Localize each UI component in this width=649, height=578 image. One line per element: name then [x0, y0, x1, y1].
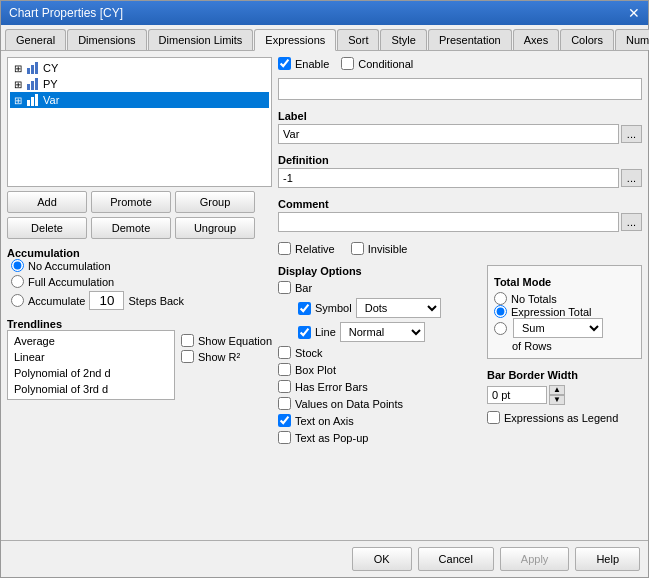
trendlines-list[interactable]: Average Linear Polynomial of 2nd d Polyn…: [7, 330, 175, 400]
conditional-label: Conditional: [358, 58, 413, 70]
bar-checkbox[interactable]: [278, 281, 291, 294]
label-field-input-row: ...: [278, 124, 642, 144]
invisible-check-row: Invisible: [351, 242, 408, 255]
tree-item-cy[interactable]: ⊞ CY: [10, 60, 269, 76]
tree-label-cy: CY: [43, 62, 58, 74]
accumulation-section: Accumulation No Accumulation Full Accumu…: [7, 243, 272, 310]
has-error-bars-checkbox[interactable]: [278, 380, 291, 393]
definition-ellipsis-button[interactable]: ...: [621, 169, 642, 187]
text-as-popup-label: Text as Pop-up: [295, 432, 368, 444]
tree-label-py: PY: [43, 78, 58, 90]
show-equation-row: Show Equation: [181, 334, 272, 347]
tab-general[interactable]: General: [5, 29, 66, 50]
left-panel: ⊞ CY ⊞ PY ⊞: [7, 57, 272, 534]
tab-expressions[interactable]: Expressions: [254, 29, 336, 51]
label-field-label: Label: [278, 110, 642, 122]
show-equation-checkbox[interactable]: [181, 334, 194, 347]
steps-value-input[interactable]: 10: [89, 291, 124, 310]
delete-button[interactable]: Delete: [7, 217, 87, 239]
invisible-label: Invisible: [368, 243, 408, 255]
tab-number[interactable]: Number: [615, 29, 649, 50]
values-on-data-checkbox[interactable]: [278, 397, 291, 410]
show-r2-checkbox[interactable]: [181, 350, 194, 363]
label-ellipsis-button[interactable]: ...: [621, 125, 642, 143]
sum-radio[interactable]: [494, 322, 507, 335]
add-button[interactable]: Add: [7, 191, 87, 213]
label-input[interactable]: [278, 124, 619, 144]
definition-input[interactable]: [278, 168, 619, 188]
help-button[interactable]: Help: [575, 547, 640, 571]
bar-opt-row: Bar: [278, 281, 479, 294]
text-as-popup-opt-row: Text as Pop-up: [278, 431, 479, 444]
tab-style[interactable]: Style: [380, 29, 426, 50]
radio-full-accumulation: Full Accumulation: [11, 275, 272, 288]
values-on-data-label: Values on Data Points: [295, 398, 403, 410]
group-button[interactable]: Group: [175, 191, 255, 213]
cancel-button[interactable]: Cancel: [418, 547, 494, 571]
tree-item-py[interactable]: ⊞ PY: [10, 76, 269, 92]
tab-axes[interactable]: Axes: [513, 29, 559, 50]
text-on-axis-checkbox[interactable]: [278, 414, 291, 427]
demote-button[interactable]: Demote: [91, 217, 171, 239]
box-plot-checkbox[interactable]: [278, 363, 291, 376]
radio-no-accum-input[interactable]: [11, 259, 24, 272]
trendline-poly3[interactable]: Polynomial of 3rd d: [10, 381, 172, 397]
bar-border-spinner-buttons: ▲ ▼: [549, 385, 565, 405]
radio-full-accum-input[interactable]: [11, 275, 24, 288]
trend-options: Show Equation Show R²: [181, 334, 272, 400]
expression-total-radio[interactable]: [494, 305, 507, 318]
symbol-label: Symbol: [315, 302, 352, 314]
promote-button[interactable]: Promote: [91, 191, 171, 213]
trendline-average-label: Average: [14, 335, 55, 347]
symbol-select[interactable]: Dots Circles Triangles Squares: [356, 298, 441, 318]
trendline-average[interactable]: Average: [10, 333, 172, 349]
expression-total-row: Expression Total: [494, 305, 635, 318]
conditional-check-row: Conditional: [341, 57, 413, 70]
conditional-input-box[interactable]: [278, 78, 642, 100]
expressions-as-legend-checkbox[interactable]: [487, 411, 500, 424]
ungroup-button[interactable]: Ungroup: [175, 217, 255, 239]
expression-total-label: Expression Total: [511, 306, 592, 318]
tab-sort[interactable]: Sort: [337, 29, 379, 50]
trendline-poly2[interactable]: Polynomial of 2nd d: [10, 365, 172, 381]
comment-field-label: Comment: [278, 198, 642, 210]
tab-presentation[interactable]: Presentation: [428, 29, 512, 50]
conditional-checkbox[interactable]: [341, 57, 354, 70]
has-error-bars-opt-row: Has Error Bars: [278, 380, 479, 393]
right-options: Total Mode No Totals Expression Total: [487, 265, 642, 444]
symbol-checkbox[interactable]: [298, 302, 311, 315]
tab-dimensions[interactable]: Dimensions: [67, 29, 146, 50]
line-checkbox[interactable]: [298, 326, 311, 339]
comment-input[interactable]: [278, 212, 619, 232]
bar-border-up-button[interactable]: ▲: [549, 385, 565, 395]
bar-icon-py: [27, 78, 38, 90]
no-totals-radio[interactable]: [494, 292, 507, 305]
line-select[interactable]: Normal Dashed Dotted: [340, 322, 425, 342]
box-plot-label: Box Plot: [295, 364, 336, 376]
stock-checkbox[interactable]: [278, 346, 291, 359]
expression-tree[interactable]: ⊞ CY ⊞ PY ⊞: [7, 57, 272, 187]
ok-button[interactable]: OK: [352, 547, 412, 571]
tab-bar: General Dimensions Dimension Limits Expr…: [1, 25, 648, 51]
radio-steps-input[interactable]: [11, 294, 24, 307]
bar-border-input[interactable]: [487, 386, 547, 404]
enable-row: Enable Conditional: [278, 57, 642, 70]
sum-select[interactable]: Sum Average Max Min: [513, 318, 603, 338]
text-as-popup-checkbox[interactable]: [278, 431, 291, 444]
bar-border-down-button[interactable]: ▼: [549, 395, 565, 405]
invisible-checkbox[interactable]: [351, 242, 364, 255]
enable-checkbox[interactable]: [278, 57, 291, 70]
tab-dimension-limits[interactable]: Dimension Limits: [148, 29, 254, 50]
relative-checkbox[interactable]: [278, 242, 291, 255]
bar-border-spinner-row: ▲ ▼: [487, 385, 642, 405]
tab-colors[interactable]: Colors: [560, 29, 614, 50]
trendlines-section: Trendlines Average Linear Polynomial of …: [7, 314, 272, 534]
close-button[interactable]: ✕: [628, 5, 640, 21]
footer: OK Cancel Apply Help: [1, 540, 648, 577]
comment-ellipsis-button[interactable]: ...: [621, 213, 642, 231]
apply-button[interactable]: Apply: [500, 547, 570, 571]
tree-item-var[interactable]: ⊞ Var: [10, 92, 269, 108]
radio-no-accum-label: No Accumulation: [28, 260, 111, 272]
trendline-linear[interactable]: Linear: [10, 349, 172, 365]
steps-back-label: Steps Back: [128, 295, 184, 307]
